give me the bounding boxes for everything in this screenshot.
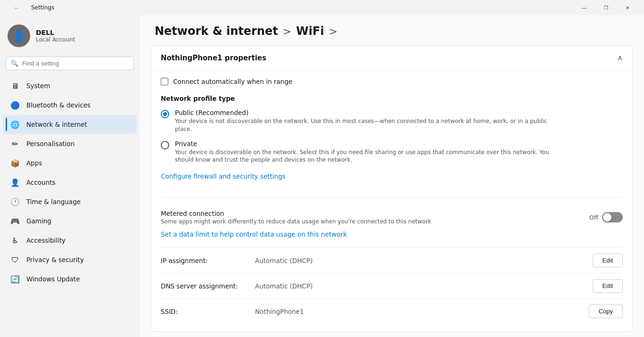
page-header: Network & internet > WiFi > [140,15,644,45]
chevron-up-icon: ∧ [617,53,623,62]
metered-title: Metered connection [161,210,431,217]
sidebar-item-gaming[interactable]: 🎮 Gaming [3,212,137,230]
radio-title-private: Private [175,140,561,148]
info-label: IP assignment: [161,257,255,264]
avatar: 👤 [8,25,30,47]
nav-icon-bluetooth: 🔵 [10,100,20,110]
titlebar: ← Settings — ❐ ✕ [0,0,644,15]
sidebar-item-accounts[interactable]: 👤 Accounts [3,173,137,192]
data-limit-link[interactable]: Set a data limit to help control data us… [161,230,347,238]
sidebar-nav: 🖥 System 🔵 Bluetooth & devices 🌐 Network… [0,76,140,289]
nav-icon-accounts: 👤 [10,178,20,187]
nav-label-update: Windows Update [26,275,80,283]
titlebar-title: Settings [31,4,54,11]
maximize-button[interactable]: ❐ [595,0,617,15]
sidebar-item-update[interactable]: 🔄 Windows Update [3,270,137,288]
metered-toggle[interactable] [602,212,623,222]
back-icon: ← [14,5,19,10]
nav-icon-apps: 📦 [10,158,20,168]
info-label: DNS server assignment: [161,282,255,290]
sidebar-item-personalisation[interactable]: ✏ Personalisation [3,134,137,153]
divider-1 [161,197,623,197]
info-row-ssid: SSID: NothingPhone1 Copy [161,298,623,324]
nav-icon-system: 🖥 [10,81,20,90]
sidebar-item-network[interactable]: 🌐 Network & internet [3,115,137,134]
nav-label-time: Time & language [26,198,81,205]
edit-button[interactable]: Edit [593,254,623,267]
firewall-link[interactable]: Configure firewall and security settings [161,173,286,180]
content-area: NothingPhone1 properties ∧ Connect autom… [140,45,644,337]
edit-button[interactable]: Edit [593,279,623,293]
metered-left: Metered connection Some apps might work … [161,210,431,225]
sidebar-item-time[interactable]: 🕐 Time & language [3,192,137,211]
nav-label-bluetooth: Bluetooth & devices [26,101,91,109]
radio-desc-public: Your device is not discoverable on the n… [175,117,561,133]
properties-header[interactable]: NothingPhone1 properties ∧ [151,46,632,70]
close-button[interactable]: ✕ [617,0,638,15]
radio-desc-private: Your device is discoverable on the netwo… [175,148,561,164]
info-label: SSID: [161,308,255,315]
nav-icon-privacy: 🛡 [10,255,20,264]
minimize-button[interactable]: — [573,0,595,15]
user-type: Local Account [36,36,75,43]
nav-label-gaming: Gaming [26,217,51,225]
nav-label-personalisation: Personalisation [26,140,74,148]
breadcrumb-sep2: > [329,25,337,37]
auto-connect-row: Connect automatically when in range [161,78,623,85]
properties-card: NothingPhone1 properties ∧ Connect autom… [151,45,633,332]
radio-circle-public [161,110,169,118]
metered-right: Off [589,212,623,222]
radio-content-private: Private Your device is discoverable on t… [175,140,561,164]
nav-label-accounts: Accounts [26,179,56,186]
nav-label-network: Network & internet [26,121,87,128]
search-box: 🔍 [6,57,134,70]
info-row-dnsserverassignment: DNS server assignment: Automatic (DHCP) … [161,273,623,298]
radio-option-private[interactable]: Private Your device is discoverable on t… [161,140,623,164]
info-value: Automatic (DHCP) [255,282,593,290]
info-rows: IP assignment: Automatic (DHCP) Edit DNS… [161,247,623,324]
sidebar-item-accessibility[interactable]: ♿ Accessibility [3,231,137,250]
user-name: DELL [36,29,75,36]
radio-inner-public [163,112,167,116]
toggle-label: Off [589,214,598,221]
nav-label-accessibility: Accessibility [26,237,66,244]
radio-option-public[interactable]: Public (Recommended) Your device is not … [161,109,623,133]
auto-connect-checkbox[interactable] [161,78,168,85]
sidebar-item-apps[interactable]: 📦 Apps [3,154,137,173]
info-value: NothingPhone1 [255,308,589,315]
radio-content-public: Public (Recommended) Your device is not … [175,109,561,133]
user-profile[interactable]: 👤 DELL Local Account [0,19,140,55]
nav-label-system: System [26,82,50,90]
radio-group: Public (Recommended) Your device is not … [161,109,623,164]
info-action: Copy [589,304,623,318]
network-profile-label: Network profile type [161,95,623,102]
nav-icon-update: 🔄 [10,274,20,284]
back-button[interactable]: ← [6,0,27,15]
info-value: Automatic (DHCP) [255,257,593,264]
sidebar-item-system[interactable]: 🖥 System [3,76,137,95]
breadcrumb-child: WiFi [296,25,324,38]
radio-title-public: Public (Recommended) [175,109,561,116]
sidebar-item-privacy[interactable]: 🛡 Privacy & security [3,250,137,269]
search-icon: 🔍 [11,60,18,67]
toggle-thumb [603,213,611,222]
radio-circle-private [161,141,169,149]
info-action: Edit [593,279,623,293]
nav-icon-network: 🌐 [10,120,20,129]
properties-title: NothingPhone1 properties [161,54,266,62]
sidebar-item-bluetooth[interactable]: 🔵 Bluetooth & devices [3,96,137,115]
metered-connection-row: Metered connection Some apps might work … [161,205,623,230]
properties-body: Connect automatically when in range Netw… [151,70,632,331]
copy-button[interactable]: Copy [589,304,623,318]
auto-connect-label: Connect automatically when in range [173,78,292,85]
nav-icon-personalisation: ✏ [10,139,20,148]
nav-label-apps: Apps [26,159,42,167]
main-content: Network & internet > WiFi > NothingPhone… [140,15,644,337]
nav-icon-accessibility: ♿ [10,236,20,245]
sidebar: 👤 DELL Local Account 🔍 🖥 System 🔵 Blueto… [0,15,140,337]
titlebar-left: ← Settings [6,0,54,15]
nav-label-privacy: Privacy & security [26,256,84,263]
nav-icon-time: 🕐 [10,197,20,206]
search-container: 🔍 [0,55,140,76]
search-input[interactable] [22,60,129,67]
